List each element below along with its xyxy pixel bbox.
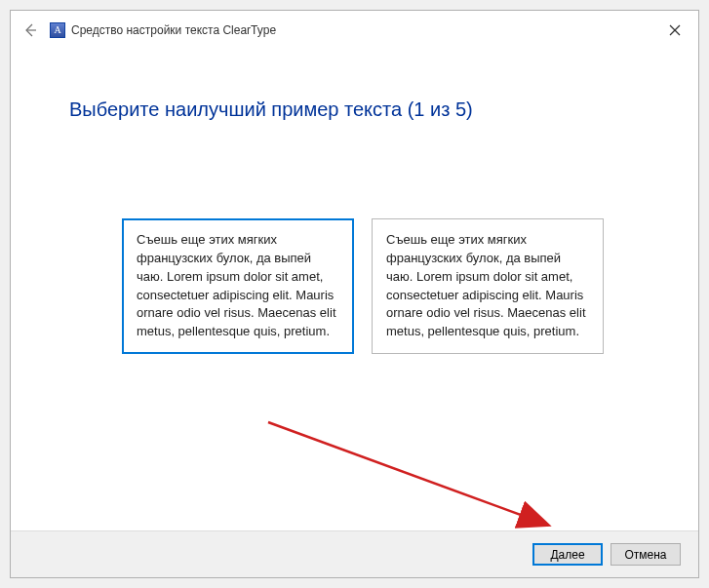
window-title: Средство настройки текста ClearType [71, 23, 276, 37]
text-sample-1[interactable]: Съешь еще этих мягких французских булок,… [122, 218, 354, 354]
text-sample-2[interactable]: Съешь еще этих мягких французских булок,… [372, 218, 604, 354]
cancel-button[interactable]: Отмена [611, 543, 681, 566]
text-samples: Съешь еще этих мягких французских булок,… [122, 218, 659, 354]
wizard-window: A Средство настройки текста ClearType Вы… [10, 10, 699, 578]
back-button[interactable] [19, 19, 42, 42]
content-area: Выберите наилучший пример текста (1 из 5… [11, 50, 698, 412]
svg-line-3 [268, 422, 547, 525]
wizard-footer: Далее Отмена [11, 530, 698, 577]
close-icon [669, 24, 681, 36]
next-button[interactable]: Далее [532, 543, 603, 566]
back-arrow-icon [22, 22, 38, 38]
titlebar: A Средство настройки текста ClearType [11, 11, 698, 50]
annotation-arrow [264, 418, 576, 545]
close-button[interactable] [663, 19, 687, 42]
app-icon: A [50, 22, 65, 38]
wizard-heading: Выберите наилучший пример текста (1 из 5… [69, 98, 659, 121]
